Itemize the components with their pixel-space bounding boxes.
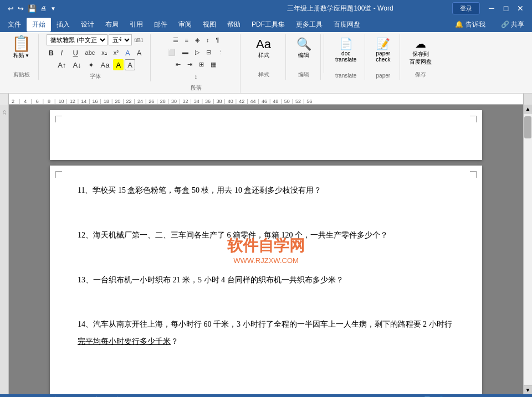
horizontal-ruler: 2| 4| 6| 8| 10| 12| 14| 16| 18| 20| 22| … [9, 94, 523, 105]
title-bar-left: ↩ ↪ 💾 🖨 ▼ [4, 3, 228, 14]
menu-bar: 文件 开始 插入 设计 布局 引用 邮件 审阅 视图 帮助 PDF工具集 更多工… [0, 17, 532, 32]
corner-tl-1 [55, 116, 62, 122]
editing-group: 🔍 编辑 编辑 [287, 34, 321, 80]
print-icon[interactable]: 🖨 [39, 4, 48, 13]
menu-home[interactable]: 开始 [27, 18, 51, 32]
menu-references[interactable]: 引用 [124, 18, 149, 32]
question-13: 13、一台织布机一小时织布 21 米，5 小时 4 台同样的织布机一共织布多少米… [78, 272, 454, 289]
paste-button[interactable]: 📋 粘贴 ▼ [8, 34, 35, 61]
styles-icon: Aa [256, 37, 271, 51]
menu-file[interactable]: 文件 [2, 18, 27, 32]
align-right-button[interactable]: ▷ [192, 47, 202, 58]
save-icon[interactable]: 💾 [27, 3, 38, 14]
char-border-button[interactable]: A [125, 59, 135, 70]
quick-access-toolbar[interactable]: ↩ ↪ 💾 🖨 ▼ [7, 3, 57, 14]
clipboard-label: 剪贴板 [13, 70, 30, 79]
text-effect-button[interactable]: A [122, 47, 133, 58]
save-group: ☁ 保存到百度网盘 保存 [401, 34, 440, 80]
minimize-button[interactable]: ─ [484, 2, 499, 14]
scroll-down-button[interactable]: ▼ [524, 385, 532, 394]
undo-icon[interactable]: ↩ [7, 3, 15, 14]
scroll-track [524, 114, 532, 385]
subscript-button[interactable]: x₂ [99, 47, 110, 58]
document-scroll-area[interactable]: 软件自学网 WWW.RJZXW.COM 11、学校买 15 盒彩色粉笔，每盒 5… [9, 105, 523, 394]
menu-insert[interactable]: 插入 [51, 18, 75, 32]
document-area: 15 软件自学网 WWW.RJZXW.COM 11、学校买 15 盒彩色粉笔，每… [0, 105, 532, 394]
editing-button[interactable]: 🔍 编辑 [290, 34, 317, 62]
menu-more-tools[interactable]: 更多工具 [290, 18, 328, 32]
font-label: 字体 [90, 71, 101, 80]
scroll-up-button[interactable]: ▲ [524, 105, 532, 114]
menu-baidu-pan[interactable]: 百度网盘 [328, 18, 366, 32]
numbered-list-button[interactable]: ≡ [182, 34, 191, 45]
paragraph-group: ☰ ≡ ◈ ↕ ¶ ⬜ ▬ ▷ ⊟ ⋮ ⇤ ⇥ ⊞ ▦ ↕ 段落 [152, 34, 241, 93]
close-button[interactable]: ✕ [513, 2, 528, 14]
paper-check-label: papercheck [376, 50, 390, 63]
superscript-button[interactable]: x² [111, 47, 121, 58]
restore-button[interactable]: □ [499, 2, 513, 14]
align-center-button[interactable]: ▬ [180, 47, 191, 58]
align-left-button[interactable]: ⬜ [165, 47, 178, 58]
editing-group-label: 编辑 [298, 70, 309, 79]
highlight-button[interactable]: A [113, 59, 124, 70]
ribbon: 📋 粘贴 ▼ 剪贴板 微软雅黑 (中文正文) 五号 四号 小四 üB1 B I [0, 32, 532, 94]
customize-icon[interactable]: ▼ [49, 4, 57, 13]
menu-pdf[interactable]: PDF工具集 [246, 18, 290, 32]
font-size-increase-button[interactable]: A↑ [55, 59, 69, 70]
menu-mailings[interactable]: 邮件 [149, 18, 173, 32]
underline-button[interactable]: U [70, 47, 81, 58]
font-size-decrease-button[interactable]: A↓ [70, 59, 84, 70]
justify-button[interactable]: ⊟ [203, 47, 214, 58]
shading-button[interactable]: ▦ [208, 59, 219, 70]
vertical-ruler: 15 [0, 105, 9, 394]
styles-group: Aa 样式 样式 [242, 34, 286, 80]
editing-label: 编辑 [298, 51, 309, 59]
redo-icon[interactable]: ↪ [17, 3, 25, 14]
decrease-indent-button[interactable]: ⇤ [173, 59, 183, 70]
paper-check-icon: 📝 [376, 37, 390, 50]
font-family-select[interactable]: 微软雅黑 (中文正文) [47, 34, 108, 45]
strikethrough-button[interactable]: abc [83, 47, 98, 58]
scroll-thumb[interactable] [524, 116, 531, 138]
font-group: 微软雅黑 (中文正文) 五号 四号 小四 üB1 B I U abc x₂ x²… [40, 34, 151, 81]
menu-tell-me[interactable]: 🔔 告诉我 [449, 18, 490, 32]
paper-check-button[interactable]: 📝 papercheck [370, 34, 396, 65]
menu-share[interactable]: 🔗 共享 [495, 18, 530, 32]
menu-help[interactable]: 帮助 [222, 18, 246, 32]
bold-button[interactable]: B [46, 47, 57, 58]
sort-button[interactable]: ↕ [203, 34, 212, 45]
doc-translate-group-label: translate [335, 71, 356, 79]
menu-design[interactable]: 设计 [75, 18, 100, 32]
paper-check-group-label: paper [376, 71, 391, 79]
paste-label: 粘贴 [13, 51, 24, 59]
show-marks-button[interactable]: ¶ [213, 34, 222, 45]
menu-view[interactable]: 视图 [197, 18, 222, 32]
page-1 [50, 110, 482, 160]
border-button[interactable]: ⊞ [196, 59, 207, 70]
font-size-select[interactable]: 五号 四号 小四 [109, 34, 132, 45]
menu-layout[interactable]: 布局 [100, 18, 124, 32]
menu-review[interactable]: 审阅 [173, 18, 197, 32]
font-color-button[interactable]: A [134, 47, 145, 58]
vertical-scrollbar[interactable]: ▲ ▼ [523, 105, 532, 394]
corner-tr-1 [470, 116, 477, 122]
styles-group-label: 样式 [258, 70, 269, 79]
ruler-side-left [0, 94, 9, 105]
doc-translate-button[interactable]: 📄 doctranslate [330, 34, 361, 65]
increase-indent-button[interactable]: ⇥ [185, 59, 195, 70]
column-button[interactable]: ⋮ [215, 47, 227, 58]
line-spacing-button[interactable]: ↕ [192, 71, 201, 82]
corner-tl-2 [55, 171, 62, 178]
bullet-list-button[interactable]: ☰ [170, 34, 181, 45]
save-baidu-button[interactable]: ☁ 保存到百度网盘 [405, 34, 437, 69]
doc-translate-group: 📄 doctranslate translate [327, 34, 365, 80]
status-bar: 第 1 页，共 5 页 1994 个字 IG 中文(中国) 📄 🌐 📖 100% [0, 394, 532, 397]
clear-format-button[interactable]: ✦ [85, 59, 97, 70]
title-bar: ↩ ↪ 💾 🖨 ▼ 三年级上册数学应用题100道 - Word 登录 ─ □ ✕ [0, 0, 532, 17]
italic-button[interactable]: I [58, 47, 69, 58]
login-button[interactable]: 登录 [452, 2, 480, 14]
question-14: 14、汽车从南京开往上海，每小时行 60 千米，3 小时行了全程的一半因车上一人… [78, 316, 454, 350]
font-case-button[interactable]: Aa [98, 59, 112, 70]
styles-button[interactable]: Aa 样式 [250, 34, 277, 62]
outline-button[interactable]: ◈ [192, 34, 202, 45]
